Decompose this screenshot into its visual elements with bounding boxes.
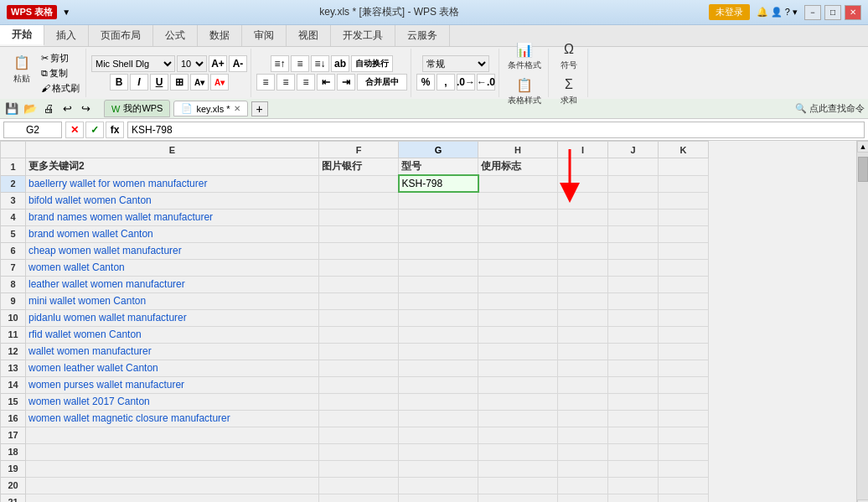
cell-4-0[interactable]: brand names women wallet manufacturer — [26, 209, 319, 225]
close-button[interactable]: ✕ — [845, 5, 861, 20]
cell-16-5[interactable] — [608, 410, 659, 427]
row-header-3[interactable]: 3 — [1, 192, 26, 209]
cell-6-5[interactable] — [608, 242, 659, 259]
search-command-area[interactable]: 🔍 点此查找命令 — [795, 102, 865, 115]
row-header-7[interactable]: 7 — [1, 259, 26, 276]
cell-11-0[interactable]: rfid wallet women Canton — [26, 326, 319, 343]
cell-18-2[interactable] — [399, 443, 478, 460]
cell-3-2[interactable] — [399, 192, 478, 209]
thousand-sep-button[interactable]: , — [437, 74, 455, 91]
row-header-2[interactable]: 2 — [1, 175, 26, 192]
decrease-decimal-button[interactable]: ←.0 — [477, 74, 495, 91]
cell-9-3[interactable] — [478, 292, 558, 309]
cell-7-0[interactable]: women wallet Canton — [26, 259, 319, 276]
key-xls-close-icon[interactable]: ✕ — [234, 104, 240, 113]
row-header-14[interactable]: 14 — [1, 376, 26, 393]
col-header-j[interactable]: J — [608, 142, 659, 158]
cell-9-4[interactable] — [558, 292, 608, 309]
cell-14-3[interactable] — [478, 376, 558, 393]
cell-17-4[interactable] — [558, 427, 608, 443]
cell-2-6[interactable] — [659, 175, 709, 192]
cell-3-1[interactable] — [319, 192, 399, 209]
cell-15-5[interactable] — [608, 393, 659, 410]
cell-10-2[interactable] — [399, 309, 478, 326]
cell-6-3[interactable] — [478, 242, 558, 259]
row-header-11[interactable]: 11 — [1, 326, 26, 343]
minimize-button[interactable]: － — [804, 5, 821, 20]
tab-review[interactable]: 审阅 — [242, 25, 287, 46]
cell-19-0[interactable] — [26, 460, 319, 477]
wrap-text-button[interactable]: 自动换行 — [351, 55, 393, 72]
cell-21-6[interactable] — [659, 494, 709, 502]
italic-button[interactable]: I — [130, 74, 148, 91]
cell-13-2[interactable] — [399, 360, 478, 376]
cell-5-2[interactable] — [399, 225, 478, 242]
v-scroll-track[interactable] — [857, 153, 868, 499]
undo-qa-button[interactable]: ↩ — [59, 101, 75, 116]
decrease-indent-button[interactable]: ⇤ — [317, 74, 335, 91]
cell-13-1[interactable] — [319, 360, 399, 376]
cell-17-6[interactable] — [659, 427, 709, 443]
cell-10-1[interactable] — [319, 309, 399, 326]
maximize-button[interactable]: □ — [824, 5, 841, 20]
cancel-formula-button[interactable]: ✕ — [65, 122, 84, 138]
cell-3-3[interactable] — [478, 192, 558, 209]
print-qa-button[interactable]: 🖨 — [40, 101, 57, 116]
cell-8-3[interactable] — [478, 276, 558, 292]
cell-2-2[interactable]: KSH-798 — [399, 175, 478, 192]
cell-16-4[interactable] — [558, 410, 608, 427]
tab-data[interactable]: 数据 — [198, 25, 242, 46]
cell-20-6[interactable] — [659, 477, 709, 494]
cell-12-2[interactable] — [399, 343, 478, 360]
wps-my-tab[interactable]: W 我的WPS — [104, 100, 170, 117]
align-bottom-button[interactable]: ≡↓ — [311, 55, 329, 72]
tab-page-layout[interactable]: 页面布局 — [89, 25, 153, 46]
row-header-5[interactable]: 5 — [1, 225, 26, 242]
cell-15-0[interactable]: women wallet 2017 Canton — [26, 393, 319, 410]
cell-3-0[interactable]: bifold wallet women Canton — [26, 192, 319, 209]
increase-decimal-button[interactable]: .0→ — [457, 74, 475, 91]
font-name-select[interactable]: Mic Shell Dlg — [91, 55, 175, 72]
cell-13-0[interactable]: women leather wallet Canton — [26, 360, 319, 376]
cell-link[interactable]: mini wallet women Canton — [28, 295, 146, 307]
cell-8-1[interactable] — [319, 276, 399, 292]
cell-17-2[interactable] — [399, 427, 478, 443]
cell-15-2[interactable] — [399, 393, 478, 410]
cell-1-2[interactable]: 型号 — [399, 158, 478, 176]
cell-14-1[interactable] — [319, 376, 399, 393]
cell-10-5[interactable] — [608, 309, 659, 326]
cell-21-1[interactable] — [319, 494, 399, 502]
cell-9-2[interactable] — [399, 292, 478, 309]
cell-17-0[interactable] — [26, 427, 319, 443]
cell-11-2[interactable] — [399, 326, 478, 343]
col-header-i[interactable]: I — [558, 142, 608, 158]
cell-8-5[interactable] — [608, 276, 659, 292]
merge-center-button[interactable]: 合并居中 — [357, 74, 407, 91]
cell-10-6[interactable] — [659, 309, 709, 326]
cell-17-3[interactable] — [478, 427, 558, 443]
cell-14-2[interactable] — [399, 376, 478, 393]
cell-5-4[interactable] — [558, 225, 608, 242]
cell-19-2[interactable] — [399, 460, 478, 477]
cell-5-1[interactable] — [319, 225, 399, 242]
cell-3-4[interactable] — [558, 192, 608, 209]
cell-link[interactable]: brand women wallet Canton — [28, 228, 153, 240]
cell-7-4[interactable] — [558, 259, 608, 276]
cut-button[interactable]: ✂ 剪切 — [39, 51, 82, 65]
cell-1-3[interactable]: 使用标志 — [478, 158, 558, 176]
align-center-button[interactable]: ≡ — [276, 74, 295, 91]
paste-button[interactable]: 📋 粘贴 — [7, 51, 37, 86]
cell-7-3[interactable] — [478, 259, 558, 276]
cell-21-2[interactable] — [399, 494, 478, 502]
cell-8-6[interactable] — [659, 276, 709, 292]
cell-15-6[interactable] — [659, 393, 709, 410]
cell-11-3[interactable] — [478, 326, 558, 343]
cell-12-4[interactable] — [558, 343, 608, 360]
row-header-9[interactable]: 9 — [1, 292, 26, 309]
save-qa-button[interactable]: 💾 — [3, 101, 20, 116]
cell-6-6[interactable] — [659, 242, 709, 259]
cell-3-5[interactable] — [608, 192, 659, 209]
percent-button[interactable]: % — [416, 74, 435, 91]
cell-21-3[interactable] — [478, 494, 558, 502]
tab-view[interactable]: 视图 — [287, 25, 331, 46]
